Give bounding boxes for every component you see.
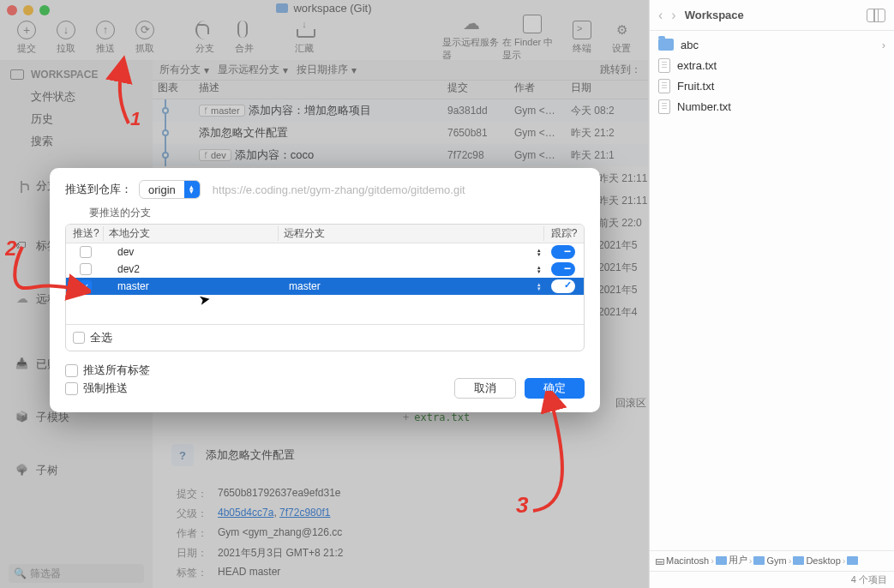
finder-window: ‹ › Workspace abc›extra.txtFruit.txtNumb… (649, 0, 894, 588)
finder-folder[interactable]: abc› (650, 34, 894, 55)
col-remote[interactable]: 远程分支 (279, 226, 544, 241)
select-all-checkbox[interactable] (73, 332, 85, 344)
push-checkbox[interactable] (80, 263, 92, 275)
track-toggle[interactable] (551, 279, 575, 293)
finder-back[interactable]: ‹ (658, 8, 663, 23)
branches-to-push-label: 要推送的分支 (89, 206, 585, 220)
ok-button[interactable]: 确定 (525, 378, 585, 399)
track-toggle[interactable] (551, 245, 575, 259)
stepper-icon[interactable]: ▴▾ (537, 282, 544, 291)
chevron-updown-icon: ▴▾ (184, 181, 200, 198)
push-dialog: 推送到仓库： origin ▴▾ https://e.coding.net/gy… (50, 168, 600, 412)
finder-status: 4 个项目 (650, 571, 894, 588)
branch-row[interactable]: dev2 ▴▾ (66, 261, 584, 278)
finder-file[interactable]: Number.txt (650, 96, 894, 117)
stepper-icon[interactable]: ▴▾ (537, 265, 544, 273)
finder-file[interactable]: Fruit.txt (650, 75, 894, 96)
col-local[interactable]: 本地分支 (104, 226, 279, 241)
finder-path-bar[interactable]: 🖴Macintosh›用户›Gym›Desktop› (650, 550, 894, 569)
branch-table: 推送? 本地分支 远程分支 跟踪? dev ▴▾ dev2 ▴▾ ✓ maste… (65, 224, 585, 351)
finder-forward[interactable]: › (671, 8, 675, 23)
push-to-label: 推送到仓库： (65, 182, 132, 197)
col-track[interactable]: 跟踪? (544, 226, 584, 241)
push-checkbox[interactable] (80, 246, 92, 258)
file-icon (658, 99, 670, 114)
branch-row[interactable]: ✓ master master▴▾ (66, 278, 584, 295)
stepper-icon[interactable]: ▴▾ (537, 248, 544, 256)
finder-title: Workspace (685, 9, 744, 21)
push-tags-checkbox[interactable] (65, 364, 78, 377)
file-icon (658, 58, 670, 73)
branch-row[interactable]: dev ▴▾ (66, 243, 584, 261)
select-all-label: 全选 (90, 330, 112, 345)
finder-file[interactable]: extra.txt (650, 55, 894, 75)
force-push-checkbox[interactable] (65, 382, 78, 395)
track-toggle[interactable] (551, 262, 575, 276)
file-icon (658, 79, 670, 93)
chevron-right-icon: › (882, 39, 885, 51)
folder-icon (658, 39, 674, 51)
col-push[interactable]: 推送? (66, 226, 104, 241)
cancel-button[interactable]: 取消 (454, 378, 516, 399)
remote-select[interactable]: origin ▴▾ (139, 180, 201, 199)
push-checkbox[interactable]: ✓ (80, 280, 92, 292)
finder-view-columns[interactable] (867, 9, 885, 22)
remote-url: https://e.coding.net/gym-zhang/gitdemo/g… (207, 183, 585, 196)
